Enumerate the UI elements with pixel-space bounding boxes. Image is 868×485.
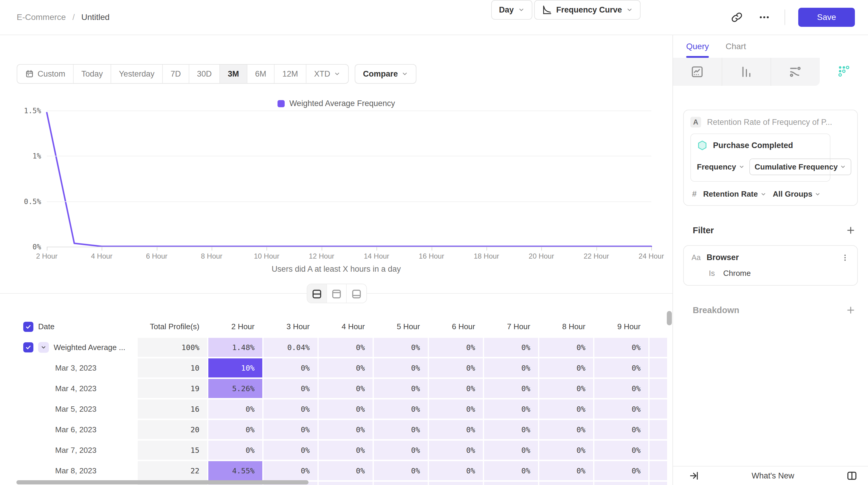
value-cell: 0% (374, 420, 428, 439)
row-checkbox[interactable] (23, 342, 33, 352)
step-title-placeholder[interactable]: Retention Rate of Frequency of P... (707, 118, 832, 127)
frequency-dropdown[interactable]: Frequency (697, 162, 745, 171)
value-cell: 0% (594, 338, 648, 357)
filter-section-header: Filter (673, 224, 868, 237)
value-cell: 0% (374, 461, 428, 480)
granularity-button[interactable]: Day (491, 0, 532, 20)
range-button-custom[interactable]: Custom (17, 65, 73, 83)
frequency-type-dropdown[interactable]: Cumulative Frequency (749, 159, 851, 175)
breadcrumb-project[interactable]: E-Commerce (17, 12, 66, 22)
save-button[interactable]: Save (798, 8, 855, 27)
x-axis-tick-label: 2 Hour (23, 252, 71, 260)
query-step-header: A Retention Rate of Frequency of P... (690, 117, 851, 128)
add-breakdown-button[interactable] (844, 303, 857, 317)
range-button-3m[interactable]: 3M (220, 65, 247, 83)
chart-style-button[interactable]: Frequency Curve (534, 0, 641, 20)
x-axis-tick-label: 22 Hour (572, 252, 620, 260)
range-button-xtd[interactable]: XTD (306, 65, 348, 83)
table-header-8-hour: 8 Hour (539, 317, 593, 336)
measure-dropdown[interactable]: Retention Rate (703, 190, 766, 199)
total-profiles-cell: 10 (138, 358, 207, 378)
filter-value[interactable]: Chrome (723, 269, 750, 278)
breadcrumb-separator: / (72, 12, 75, 22)
x-axis-tick-label: 14 Hour (352, 252, 400, 260)
gridline (47, 201, 651, 202)
table-row-label: Weighted Average ... (18, 338, 136, 357)
horizontal-scrollbar[interactable] (17, 480, 309, 484)
compare-button[interactable]: Compare (355, 64, 416, 84)
value-cell: 0% (319, 420, 373, 439)
table-header-6-hour: 6 Hour (429, 317, 483, 336)
x-axis-tick-label: 24 Hour (627, 252, 675, 260)
date-cell: Mar 3, 2023 (18, 358, 136, 378)
value-cell (650, 441, 667, 460)
range-button-12m[interactable]: 12M (275, 65, 306, 83)
x-axis-tickmark (651, 247, 652, 251)
split-view-icon (311, 288, 322, 300)
filter-property[interactable]: Browser (707, 253, 739, 262)
value-cell: 0% (374, 441, 428, 460)
frequency-curve-icon (542, 5, 552, 15)
range-button-30d[interactable]: 30D (189, 65, 220, 83)
range-button-today[interactable]: Today (73, 65, 111, 83)
copy-link-button[interactable] (730, 10, 744, 25)
filter-card[interactable]: Aa Browser Is Chrome (683, 245, 858, 286)
value-cell: 0% (429, 358, 483, 378)
value-cell: 0% (484, 379, 538, 398)
chevron-down-icon (761, 191, 766, 197)
value-cell: 0% (374, 379, 428, 398)
filter-options-button[interactable] (841, 253, 849, 262)
x-axis-tickmark (376, 247, 377, 251)
value-cell: 0% (429, 399, 483, 419)
more-options-button[interactable] (757, 10, 771, 25)
breadcrumb-current[interactable]: Untitled (82, 12, 110, 22)
row-expand-button[interactable] (38, 342, 49, 353)
frequency-type-value: Cumulative Frequency (755, 162, 838, 171)
step-letter-badge: A (690, 117, 701, 128)
layout-chart-only-button[interactable] (327, 284, 347, 303)
groups-dropdown[interactable]: All Groups (773, 190, 821, 199)
chart-type-flows[interactable] (771, 58, 820, 86)
event-card[interactable]: Purchase Completed Frequency Cumulative … (690, 133, 831, 182)
value-cell: 4.55% (208, 461, 262, 480)
filter-operator[interactable]: Is (709, 269, 715, 278)
x-axis-tick-label: 12 Hour (298, 252, 345, 260)
value-cell: 0% (594, 420, 648, 439)
chart-type-retention[interactable] (820, 58, 868, 86)
range-button-6m[interactable]: 6M (247, 65, 275, 83)
range-button-yesterday[interactable]: Yesterday (111, 65, 163, 83)
select-all-checkbox[interactable] (23, 322, 33, 332)
whats-new-link[interactable]: What's New (701, 471, 845, 481)
x-axis-tick-label: 16 Hour (408, 252, 456, 260)
table-header-3-hour: 3 Hour (264, 317, 317, 336)
value-cell: 0% (539, 461, 593, 480)
tab-chart[interactable]: Chart (725, 35, 746, 58)
layout-table-only-button[interactable] (347, 284, 366, 303)
value-cell: 10% (208, 358, 262, 378)
event-hexagon-icon (697, 140, 708, 151)
chart-type-funnels[interactable] (722, 58, 771, 86)
chart-type-insights[interactable] (673, 58, 722, 86)
value-cell: 0% (319, 379, 373, 398)
range-button-7d[interactable]: 7D (163, 65, 189, 83)
breadcrumb: E-Commerce / Untitled (17, 12, 110, 22)
table-header-2-hour: 2 Hour (208, 317, 262, 336)
value-cell: 0% (484, 461, 538, 480)
y-axis-tick-label: 1% (6, 152, 41, 160)
x-axis-tickmark (596, 247, 597, 251)
range-label: 6M (255, 69, 267, 79)
tab-query[interactable]: Query (686, 35, 709, 58)
vertical-scrollbar[interactable] (667, 311, 672, 325)
chevron-down-icon (626, 6, 633, 13)
value-cell: 0% (319, 441, 373, 460)
date-cell: Mar 4, 2023 (18, 379, 136, 398)
value-cell: 0% (374, 358, 428, 378)
collapse-sidebar-button[interactable] (687, 468, 701, 483)
add-filter-button[interactable] (844, 224, 857, 237)
panel-toggle-button[interactable] (845, 468, 859, 483)
layout-split-button[interactable] (307, 284, 327, 303)
legend-label: Weighted Average Frequency (289, 99, 395, 108)
chevron-down-icon (840, 164, 846, 170)
value-cell: 0% (539, 420, 593, 439)
chart-legend[interactable]: Weighted Average Frequency (0, 99, 673, 108)
